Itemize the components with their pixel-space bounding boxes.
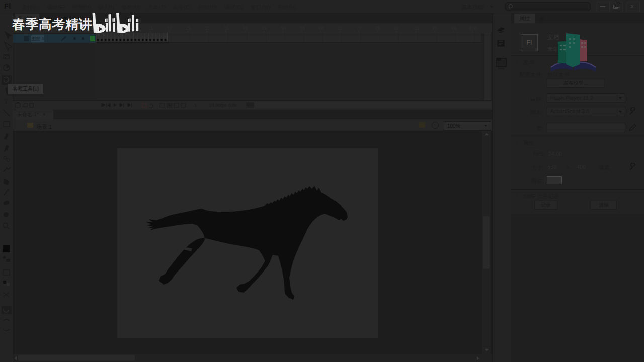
svg-text:100: 100 — [469, 26, 476, 31]
svg-text:T: T — [4, 98, 8, 105]
svg-text:24.00fps: 24.00fps — [209, 103, 227, 108]
svg-text:95: 95 — [451, 26, 456, 31]
svg-text:65: 65 — [338, 26, 343, 31]
svg-text:45: 45 — [262, 26, 267, 31]
svg-text:35: 35 — [224, 26, 229, 31]
svg-text:0.0s: 0.0s — [228, 103, 237, 108]
svg-text:30: 30 — [205, 26, 210, 31]
svg-text:55: 55 — [300, 26, 305, 31]
svg-text:70: 70 — [357, 26, 362, 31]
svg-text:1: 1 — [194, 103, 197, 108]
svg-text:40: 40 — [243, 26, 248, 31]
svg-text:80: 80 — [394, 26, 399, 31]
svg-text:60: 60 — [318, 26, 324, 31]
svg-text:90: 90 — [432, 26, 437, 31]
svg-text:20: 20 — [167, 26, 172, 31]
svg-text:85: 85 — [414, 26, 419, 31]
svg-text:50: 50 — [281, 26, 286, 31]
svg-text:75: 75 — [375, 26, 380, 31]
svg-text:25: 25 — [186, 26, 191, 31]
svg-text:15: 15 — [148, 26, 153, 31]
